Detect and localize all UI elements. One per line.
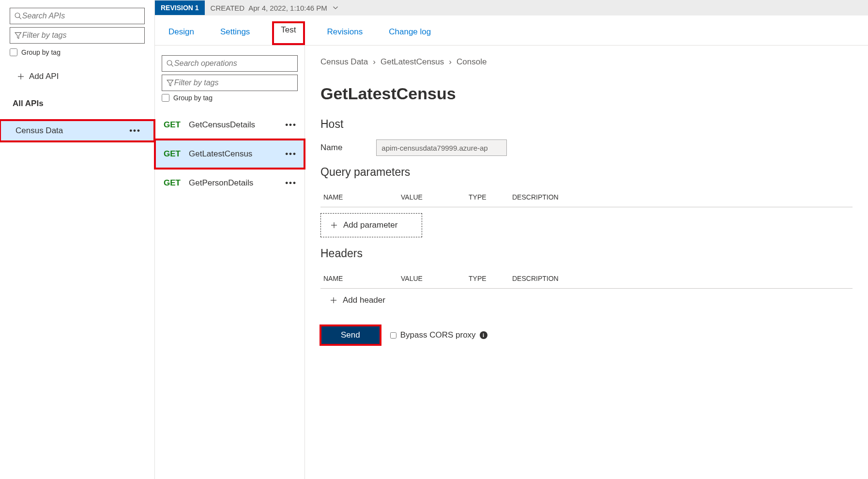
bypass-cors-label: Bypass CORS proxy (400, 330, 476, 340)
http-method-badge: GET (164, 120, 189, 130)
search-icon (166, 59, 174, 68)
chevron-down-icon[interactable] (331, 3, 340, 12)
crumb[interactable]: Census Data (320, 57, 368, 67)
svg-line-1 (19, 17, 21, 19)
search-icon (14, 12, 22, 20)
col-value: VALUE (401, 275, 469, 282)
op-item-getlatestcensus[interactable]: GET GetLatestCensus ••• (155, 139, 305, 169)
group-by-tag-checkbox-ops[interactable] (162, 94, 169, 102)
created-value: Apr 4, 2022, 1:10:46 PM (248, 4, 327, 12)
col-name: NAME (323, 275, 401, 282)
op-name: GetLatestCensus (189, 149, 285, 159)
group-by-tag-checkbox-left[interactable] (10, 48, 17, 56)
chevron-right-icon: › (373, 57, 376, 67)
svg-line-6 (171, 64, 173, 66)
crumb: Console (457, 57, 487, 67)
add-api-button[interactable]: Add API (16, 72, 143, 81)
search-apis-input-wrap[interactable] (10, 8, 145, 24)
group-by-tag-label-ops: Group by tag (173, 94, 213, 102)
filter-apis-input-wrap[interactable] (10, 27, 145, 44)
host-name-input (376, 139, 507, 156)
more-icon[interactable]: ••• (285, 178, 297, 188)
add-header-label: Add header (343, 295, 385, 305)
col-value: VALUE (401, 193, 469, 201)
more-icon[interactable]: ••• (285, 149, 297, 159)
plus-icon (330, 221, 338, 230)
http-method-badge: GET (164, 149, 189, 159)
svg-point-0 (15, 13, 20, 18)
op-item-getpersondetails[interactable]: GET GetPersonDetails ••• (155, 169, 305, 198)
filter-icon (166, 78, 174, 87)
add-parameter-label: Add parameter (343, 220, 397, 230)
revision-bar: REVISION 1 CREATED Apr 4, 2022, 1:10:46 … (155, 0, 868, 15)
breadcrumb: Census Data › GetLatestCensus › Console (320, 57, 853, 67)
search-operations-wrap[interactable] (162, 55, 298, 72)
svg-point-5 (167, 61, 172, 65)
plus-icon (329, 296, 338, 305)
tab-revisions[interactable]: Revisions (323, 24, 367, 45)
filter-apis-input[interactable] (22, 31, 140, 40)
api-item-label: Census Data (15, 126, 63, 136)
col-type: TYPE (469, 193, 512, 201)
revision-badge: REVISION 1 (155, 0, 205, 15)
send-button[interactable]: Send (320, 325, 381, 345)
host-name-label: Name (320, 143, 342, 153)
col-description: DESCRIPTION (512, 275, 850, 282)
tab-settings[interactable]: Settings (216, 24, 254, 45)
operations-panel: Group by tag GET GetCensusDetails ••• GE… (155, 46, 305, 479)
tab-test[interactable]: Test (272, 21, 305, 45)
col-description: DESCRIPTION (512, 193, 850, 201)
op-name: GetPersonDetails (189, 178, 285, 188)
group-by-tag-ops[interactable]: Group by tag (162, 94, 298, 102)
host-section-heading: Host (320, 118, 853, 131)
query-params-heading: Query parameters (320, 166, 853, 179)
created-text[interactable]: CREATED Apr 4, 2022, 1:10:46 PM (211, 3, 340, 12)
filter-operations-wrap[interactable] (162, 75, 298, 91)
test-console-panel: Census Data › GetLatestCensus › Console … (305, 46, 868, 479)
col-type: TYPE (469, 275, 512, 282)
group-by-tag-left[interactable]: Group by tag (10, 48, 145, 56)
filter-icon (14, 31, 22, 40)
add-parameter-button[interactable]: Add parameter (320, 213, 422, 237)
operation-title: GetLatestCensus (320, 84, 853, 103)
group-by-tag-label: Group by tag (21, 48, 61, 56)
col-name: NAME (323, 193, 401, 201)
info-icon[interactable]: i (480, 331, 487, 339)
query-table-header: NAME VALUE TYPE DESCRIPTION (320, 187, 853, 207)
filter-operations-input[interactable] (174, 78, 293, 87)
all-apis-heading: All APIs (13, 99, 142, 108)
bypass-cors-checkbox[interactable] (390, 332, 396, 339)
op-name: GetCensusDetails (189, 120, 285, 130)
svg-marker-7 (167, 80, 173, 86)
add-header-button[interactable]: Add header (320, 289, 853, 312)
tab-design[interactable]: Design (165, 24, 198, 45)
headers-table-header: NAME VALUE TYPE DESCRIPTION (320, 269, 853, 289)
created-prefix: CREATED (211, 4, 245, 12)
svg-marker-2 (15, 32, 21, 38)
op-item-getcensusdetails[interactable]: GET GetCensusDetails ••• (155, 110, 305, 139)
add-api-label: Add API (29, 72, 59, 81)
plus-icon (16, 72, 25, 81)
tab-changelog[interactable]: Change log (385, 24, 435, 45)
tab-row: Design Settings Test Revisions Change lo… (155, 15, 868, 46)
bypass-cors-row[interactable]: Bypass CORS proxy i (390, 330, 487, 340)
search-operations-input[interactable] (174, 59, 293, 68)
more-icon[interactable]: ••• (129, 126, 141, 136)
more-icon[interactable]: ••• (285, 120, 297, 130)
headers-heading: Headers (320, 247, 853, 260)
search-apis-input[interactable] (22, 12, 140, 20)
http-method-badge: GET (164, 178, 189, 188)
crumb[interactable]: GetLatestCensus (381, 57, 444, 67)
chevron-right-icon: › (449, 57, 452, 67)
api-item-census-data[interactable]: Census Data ••• (0, 120, 154, 141)
apis-sidebar: Group by tag Add API All APIs Census Dat… (0, 0, 155, 479)
